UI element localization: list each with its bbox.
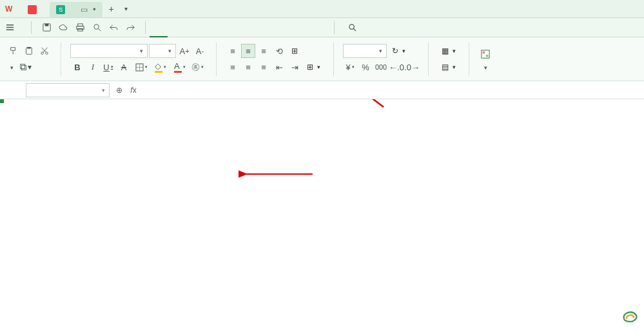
svg-rect-13 <box>21 65 26 70</box>
tab-templates[interactable] <box>21 2 47 17</box>
align-top-icon[interactable]: ≡ <box>226 44 240 58</box>
align-center-icon[interactable]: ≡ <box>241 60 255 74</box>
underline-button[interactable]: U <box>101 60 115 74</box>
svg-rect-2 <box>77 24 83 26</box>
paste-label[interactable] <box>10 63 14 71</box>
menubar <box>0 18 644 37</box>
align-left-icon[interactable]: ≡ <box>226 60 240 74</box>
number-format-select[interactable] <box>343 44 387 58</box>
preview-icon[interactable] <box>90 21 104 35</box>
copy-icon[interactable]: ▾ <box>16 60 34 74</box>
more-icon[interactable]: • <box>93 5 95 14</box>
wrap-text-button[interactable]: ⊞ <box>288 44 304 58</box>
grow-font-icon[interactable]: A+ <box>177 44 191 58</box>
style-button[interactable]: ㊔ <box>190 60 204 74</box>
titlebar: W S ▭ • + ▾ <box>0 0 644 18</box>
rowcol-button[interactable]: ▦ <box>438 44 460 58</box>
svg-rect-7 <box>11 48 15 50</box>
tab-icon-document: S <box>56 5 65 14</box>
tab-document[interactable]: S ▭ • <box>50 2 102 17</box>
convert-button[interactable]: ↻ <box>388 44 409 58</box>
bold-button[interactable]: B <box>70 60 84 74</box>
menu-tools[interactable] <box>276 18 294 37</box>
indent-dec-icon[interactable]: ⇤ <box>272 60 286 74</box>
dec-decimal-icon[interactable]: .0→ <box>405 60 419 74</box>
menu-view[interactable] <box>258 18 276 37</box>
watermark <box>621 309 639 324</box>
cond-format-label[interactable] <box>478 63 493 71</box>
align-bot-icon[interactable]: ≡ <box>257 44 271 58</box>
font-name-select[interactable] <box>70 44 148 58</box>
thousands-icon[interactable]: 000 <box>374 60 388 74</box>
cut-icon[interactable] <box>37 44 52 58</box>
annotation-arrow-1 <box>239 168 316 181</box>
percent-icon[interactable]: % <box>358 60 373 74</box>
app-logo-icon: W <box>5 5 12 14</box>
svg-point-6 <box>349 24 354 30</box>
svg-rect-17 <box>486 55 489 57</box>
shrink-font-icon[interactable]: A- <box>193 44 207 58</box>
search-icon[interactable] <box>345 21 359 35</box>
svg-line-19 <box>289 99 384 107</box>
menu-insert[interactable] <box>168 18 186 37</box>
selection-handle[interactable] <box>0 99 4 103</box>
ribbon: ▾ A+ A- B I U A ◇ A ㊔ ≡ ≡ ≡ ⟲ ⊞ <box>0 37 644 81</box>
svg-rect-1 <box>44 24 48 26</box>
hamburger-icon[interactable] <box>3 21 17 35</box>
menu-member[interactable] <box>294 18 312 37</box>
fx-icon[interactable]: fx <box>126 86 141 95</box>
tab-list-button[interactable]: ▾ <box>119 5 133 12</box>
svg-rect-14 <box>136 64 143 71</box>
undo-icon[interactable] <box>106 21 121 35</box>
indent-inc-icon[interactable]: ⇥ <box>288 60 302 74</box>
selection-border <box>0 99 3 102</box>
menu-start[interactable] <box>150 18 168 37</box>
fx-cancel-icon[interactable]: ⊕ <box>112 86 126 95</box>
menu-efficiency[interactable] <box>312 18 330 37</box>
strikethrough-button[interactable]: A <box>117 60 131 74</box>
inc-decimal-icon[interactable]: ←.0 <box>389 60 404 74</box>
redo-icon[interactable] <box>123 21 137 35</box>
menu-data[interactable] <box>222 18 240 37</box>
app-logo: W <box>0 5 20 14</box>
align-right-icon[interactable]: ≡ <box>257 60 271 74</box>
tab-icon-templates <box>28 5 37 14</box>
svg-rect-16 <box>483 52 485 54</box>
print-icon[interactable] <box>73 21 87 35</box>
currency-icon[interactable]: ¥ <box>343 60 357 74</box>
font-color-button[interactable]: A <box>171 60 189 74</box>
menu-review[interactable] <box>240 18 258 37</box>
grid-area <box>0 99 644 327</box>
italic-button[interactable]: I <box>86 60 100 74</box>
svg-rect-12 <box>21 64 25 69</box>
formulabar: ⊕ fx <box>0 81 644 99</box>
merge-button[interactable]: ⊞ <box>303 60 324 74</box>
fill-color-button[interactable]: ◇ <box>151 60 170 74</box>
name-box[interactable] <box>26 83 110 97</box>
cloud-icon[interactable] <box>56 21 70 35</box>
paste-icon[interactable] <box>22 44 36 58</box>
orientation-icon[interactable]: ⟲ <box>272 44 286 58</box>
save-icon[interactable] <box>39 21 54 35</box>
format-painter-icon[interactable] <box>6 44 21 58</box>
svg-point-5 <box>93 24 99 30</box>
svg-rect-9 <box>27 47 30 49</box>
annotation-arrow-2 <box>280 99 390 112</box>
menu-page[interactable] <box>186 18 204 37</box>
border-button[interactable] <box>132 60 150 74</box>
align-mid-icon[interactable]: ≡ <box>241 44 255 58</box>
sheet-button[interactable]: ▤ <box>438 60 460 74</box>
menu-formula[interactable] <box>204 18 222 37</box>
new-tab-button[interactable]: + <box>104 4 119 14</box>
cond-format-icon[interactable] <box>478 47 493 61</box>
font-size-select[interactable] <box>149 44 176 58</box>
window-icon[interactable]: ▭ <box>81 5 88 14</box>
